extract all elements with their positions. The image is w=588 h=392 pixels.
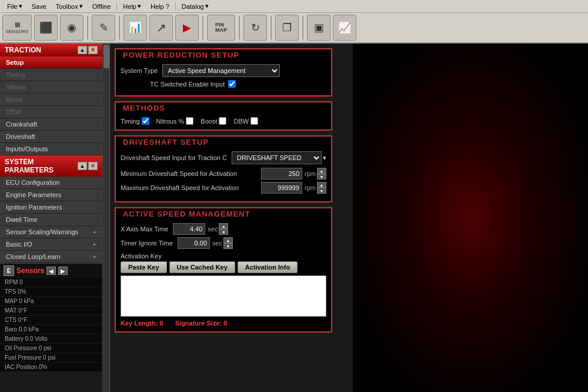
menu-save[interactable]: Save [27, 2, 51, 11]
menu-separator-2 [175, 2, 176, 11]
method-boost-checkbox[interactable] [219, 117, 226, 125]
tc-switched-row: TC Switched Enable Input [150, 80, 326, 88]
sidebar-item-nitrous[interactable]: Nitrous [0, 81, 102, 94]
sidebar-item-sensor-scaling[interactable]: Sensor Scaling/Warnings + [0, 226, 102, 238]
sidebar-item-ecu-config[interactable]: ECU Configuration [0, 177, 102, 189]
sidebar-item-dwell-time[interactable]: Dwell Time [0, 214, 102, 226]
graph-toolbar-btn[interactable]: 📊 [123, 15, 147, 41]
sidebar-scrollbar[interactable] [103, 44, 110, 392]
cursor-toolbar-btn[interactable]: ↗ [149, 15, 173, 41]
x-axis-row: X Axis Max Time sec ▲ ▼ [121, 223, 326, 235]
sidebar-item-setup[interactable]: Setup [0, 57, 102, 69]
system-params-header: SYSTEM PARAMETERS ▲ ✕ [0, 155, 102, 177]
sensors-prev-btn[interactable]: ◀ [46, 267, 56, 275]
gauge-icon: ◉ [67, 21, 76, 34]
sidebar-item-timing[interactable]: Timing [0, 69, 102, 81]
activation-key-label: Activation Key [121, 253, 326, 260]
sidebar-item-dbw[interactable]: DBW [0, 106, 102, 118]
sidebar-item-inputs-outputs[interactable]: Inputs/Outputs [0, 143, 102, 155]
timer-ignore-down[interactable]: ▼ [223, 243, 233, 249]
x-axis-input[interactable] [173, 223, 205, 235]
x-axis-btns: ▲ ▼ [219, 223, 228, 235]
menu-offline[interactable]: Offline [88, 2, 116, 11]
ds-min-speed-up[interactable]: ▲ [317, 168, 326, 174]
toolbar-sep-5 [270, 16, 272, 39]
ds-max-speed-up[interactable]: ▲ [317, 182, 326, 188]
traction-collapse-btn[interactable]: ▲ [78, 46, 87, 54]
activation-info-button[interactable]: Activation Info [238, 261, 298, 273]
key-buttons-row: Paste Key Use Cached Key Activation Info [121, 261, 326, 273]
chart-toolbar-btn[interactable]: 📈 [333, 15, 356, 41]
copy-icon: ❐ [282, 21, 292, 34]
toolbar-sep-4 [239, 16, 240, 39]
system-params-close-btn[interactable]: ✕ [88, 162, 98, 170]
gauge-toolbar-btn[interactable]: ◉ [60, 15, 83, 41]
pencil-icon: ✎ [99, 21, 108, 34]
sensors-toolbar-btn[interactable]: ⊞ SENSORS [2, 15, 32, 41]
timer-ignore-up[interactable]: ▲ [223, 237, 233, 243]
traction-close-btn[interactable]: ✕ [88, 46, 98, 54]
sidebar-item-boost[interactable]: Boost [0, 94, 102, 106]
triangle-toolbar-btn[interactable]: ▶ [175, 15, 199, 41]
activation-key-textarea[interactable] [121, 275, 326, 317]
pinmap-toolbar-btn[interactable]: PINMAP [207, 15, 235, 41]
sidebar-scrollbar-thumb [103, 45, 109, 68]
method-nitrous-checkbox[interactable] [186, 117, 193, 125]
system-params-collapse-btn[interactable]: ▲ [78, 162, 87, 170]
methods-panel: METHODS Timing Nitrous % Boost [115, 101, 332, 131]
key-length-stat: Key Length: 0 [121, 320, 163, 327]
ds-max-speed-input[interactable] [261, 182, 302, 194]
sidebar-item-ignition-params[interactable]: Ignition Parameters [0, 201, 102, 214]
main-content: POWER REDUCTION SETUP System Type Active… [110, 44, 353, 392]
ecu-toolbar-btn[interactable]: ⬛ [34, 15, 58, 41]
method-timing-checkbox[interactable] [142, 117, 149, 125]
sidebar-item-crankshaft[interactable]: Crankshaft [0, 118, 102, 131]
sensors-header: E Sensors ◀ ▶ [0, 264, 102, 278]
menu-file[interactable]: File ▾ [2, 1, 27, 11]
power-reduction-panel: POWER REDUCTION SETUP System Type Active… [115, 48, 332, 97]
menu-toolbox[interactable]: Toolbox ▾ [51, 1, 88, 11]
toolbar-sep-2 [119, 16, 120, 39]
ds-input-select[interactable]: DRIVESHAFT SPEED WHEEL SPEED 1 WHEEL SPE… [232, 151, 322, 164]
display-icon: ▣ [314, 21, 324, 34]
sensor-fuel-pressure: Fuel Pressure 0 psi [0, 353, 102, 363]
refresh-toolbar-btn[interactable]: ↻ [243, 15, 267, 41]
sidebar-item-engine-params[interactable]: Engine Parameters [0, 189, 102, 201]
menu-help-q[interactable]: Help ? [146, 2, 174, 11]
sensor-baro: Baro 0.0 kPa [0, 325, 102, 334]
ds-max-speed-row: Maximum Driveshaft Speed for Activation … [121, 182, 326, 194]
ds-min-speed-spinner: rpm ▲ ▼ [261, 168, 326, 180]
ds-min-speed-down[interactable]: ▼ [317, 174, 326, 180]
sidebar-item-closed-loop[interactable]: Closed Loop/Learn + [0, 251, 102, 263]
ds-min-speed-input[interactable] [261, 168, 302, 180]
refresh-icon: ↻ [251, 21, 260, 34]
panels-area: POWER REDUCTION SETUP System Type Active… [115, 48, 332, 333]
use-cached-key-button[interactable]: Use Cached Key [169, 261, 235, 273]
ds-max-speed-spinner: rpm ▲ ▼ [261, 182, 326, 194]
ds-min-speed-label: Minimum Driveshaft Speed for Activation [121, 170, 261, 177]
x-axis-down[interactable]: ▼ [219, 229, 228, 235]
menu-help[interactable]: Help ▾ [118, 1, 146, 11]
sensors-e-btn[interactable]: E [4, 265, 14, 276]
menu-datalog[interactable]: Datalog ▾ [177, 1, 213, 11]
system-type-select[interactable]: Active Speed Management Wheel Slip Timer… [162, 64, 280, 77]
timer-ignore-label: Timer Ignore Time [121, 240, 173, 247]
menu-separator-1 [116, 2, 117, 11]
sidebar-item-driveshaft[interactable]: Driveshaft [0, 131, 102, 143]
ds-max-speed-btns: ▲ ▼ [317, 182, 326, 194]
pencil-toolbar-btn[interactable]: ✎ [92, 15, 115, 41]
sensors-next-btn[interactable]: ▶ [58, 267, 68, 275]
sidebar-item-basic-io[interactable]: Basic I/O + [0, 238, 102, 251]
timer-ignore-input[interactable] [178, 237, 210, 249]
ds-max-speed-down[interactable]: ▼ [317, 188, 326, 194]
method-dbw-checkbox[interactable] [250, 117, 258, 125]
x-axis-up[interactable]: ▲ [219, 223, 228, 229]
sensor-iac: IAC Position 0% [0, 363, 102, 372]
paste-key-button[interactable]: Paste Key [121, 261, 167, 273]
x-axis-unit: sec [208, 225, 218, 232]
copy-toolbar-btn[interactable]: ❐ [275, 15, 299, 41]
display-toolbar-btn[interactable]: ▣ [307, 15, 330, 41]
tc-switched-checkbox[interactable] [228, 80, 236, 88]
methods-title: METHODS [121, 104, 168, 112]
activation-key-area: Activation Key Paste Key Use Cached Key … [121, 253, 326, 327]
